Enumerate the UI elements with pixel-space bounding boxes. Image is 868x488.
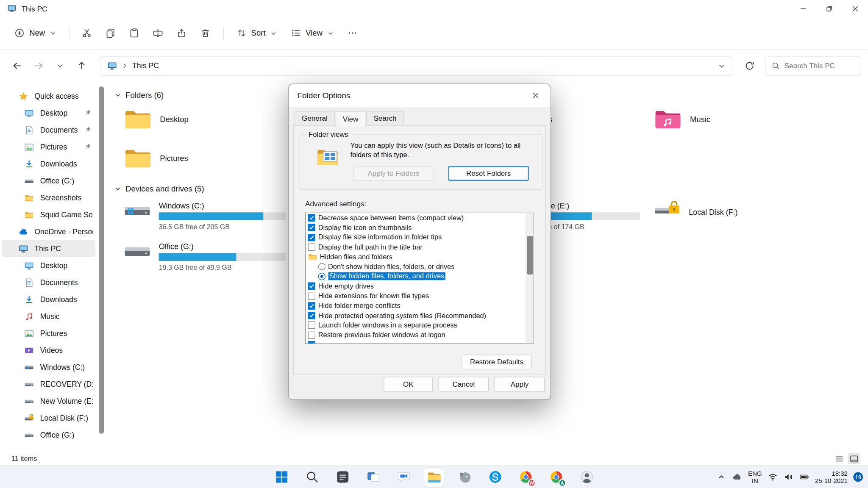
drive-tile-office-g[interactable]: Office (G:)19.3 GB free of 49.9 GB bbox=[124, 239, 299, 272]
taskbar-app-profile-icon[interactable] bbox=[577, 467, 596, 486]
sidebar-item-local-disk-f[interactable]: Local Disk (F:) bbox=[2, 410, 95, 427]
setting-decrease-space-between-items-compact-view[interactable]: Decrease space between items (compact vi… bbox=[306, 213, 526, 223]
details-view-button[interactable] bbox=[833, 453, 845, 464]
sidebar-item-squid-game-sea[interactable]: Squid Game Sea bbox=[2, 206, 95, 223]
checkbox-icon[interactable] bbox=[308, 224, 315, 231]
folder-tile-desktop[interactable]: Desktop bbox=[124, 107, 189, 132]
checkbox-icon[interactable] bbox=[308, 283, 315, 290]
checkbox-icon[interactable] bbox=[308, 331, 315, 338]
notification-count-badge[interactable]: 19 bbox=[853, 472, 863, 482]
clock[interactable]: 18:32 25-10-2021 bbox=[815, 470, 848, 485]
language-indicator[interactable]: ENG IN bbox=[748, 470, 762, 484]
cloud-tray-icon[interactable] bbox=[732, 472, 743, 482]
tab-view[interactable]: View bbox=[335, 111, 365, 127]
taskbar-chat-icon[interactable] bbox=[394, 467, 413, 486]
wifi-icon[interactable] bbox=[768, 472, 778, 482]
setting-hide-folder-merge-conflicts[interactable]: Hide folder merge conflicts bbox=[306, 301, 526, 311]
sidebar-item-office-g[interactable]: Office (G:) bbox=[2, 427, 95, 444]
new-button[interactable]: New bbox=[8, 23, 63, 43]
large-icons-view-button[interactable] bbox=[848, 453, 860, 464]
scrollbar-thumb[interactable] bbox=[99, 86, 104, 434]
reset-folders-button[interactable]: Reset Folders bbox=[448, 166, 529, 181]
hidden-icons-chevron[interactable] bbox=[716, 472, 726, 482]
setting-restore-previous-folder-windows-at-logon[interactable]: Restore previous folder windows at logon bbox=[306, 330, 526, 340]
sidebar-item-documents[interactable]: Documents bbox=[2, 122, 95, 139]
address-dropdown-icon[interactable] bbox=[718, 62, 726, 70]
refresh-button[interactable] bbox=[739, 56, 760, 75]
setting-hide-empty-drives[interactable]: Hide empty drives bbox=[306, 281, 526, 291]
sidebar-item-new-volume-e[interactable]: New Volume (E:) bbox=[2, 393, 95, 410]
up-button[interactable] bbox=[71, 56, 92, 75]
tab-general[interactable]: General bbox=[295, 111, 335, 126]
sidebar-item-quick-access[interactable]: Quick access bbox=[2, 88, 95, 105]
sidebar-item-downloads[interactable]: Downloads bbox=[2, 155, 95, 172]
checkbox-icon[interactable] bbox=[308, 341, 315, 344]
recent-locations-button[interactable] bbox=[50, 56, 70, 75]
checkbox-icon[interactable] bbox=[308, 292, 315, 299]
checkbox-icon[interactable] bbox=[308, 234, 315, 241]
battery-icon[interactable] bbox=[799, 472, 810, 482]
breadcrumb-location[interactable]: This PC bbox=[132, 61, 159, 70]
volume-icon[interactable] bbox=[783, 472, 793, 482]
drive-tile-local-disk-f[interactable]: Local Disk (F:) bbox=[654, 199, 829, 222]
setting-clipped[interactable] bbox=[306, 340, 526, 344]
copy-button[interactable] bbox=[99, 23, 122, 43]
sidebar-scrollbar[interactable] bbox=[97, 82, 106, 452]
folders-section-header[interactable]: Folders (6) bbox=[115, 90, 164, 99]
view-button[interactable]: View bbox=[284, 23, 340, 43]
close-button[interactable] bbox=[842, 0, 868, 17]
delete-button[interactable] bbox=[194, 23, 217, 43]
setting-hidden-files-and-folders[interactable]: Hidden files and folders bbox=[306, 252, 526, 262]
list-scrollbar[interactable] bbox=[526, 212, 534, 343]
address-bar[interactable]: This PC bbox=[100, 56, 732, 75]
drives-section-header[interactable]: Devices and drives (5) bbox=[115, 184, 204, 193]
sidebar-item-documents[interactable]: Documents bbox=[2, 274, 95, 291]
sidebar-item-onedrive-person[interactable]: OneDrive - Person bbox=[2, 223, 95, 240]
apply-to-folders-button[interactable]: Apply to Folders bbox=[353, 166, 434, 181]
folder-tile-music[interactable]: Music bbox=[654, 107, 710, 132]
tab-search[interactable]: Search bbox=[366, 111, 404, 126]
taskbar-file-explorer-icon[interactable] bbox=[424, 467, 443, 486]
sidebar-item-videos[interactable]: Videos bbox=[2, 342, 95, 359]
share-button[interactable] bbox=[170, 23, 193, 43]
setting-show-hidden-files-folders-and-drives[interactable]: Show hidden files, folders, and drives bbox=[306, 272, 526, 281]
paste-button[interactable] bbox=[123, 23, 145, 43]
sidebar-item-pictures[interactable]: Pictures bbox=[2, 325, 95, 342]
minimize-button[interactable] bbox=[790, 0, 816, 17]
radio-icon[interactable] bbox=[318, 263, 326, 270]
sidebar-item-recovery-d[interactable]: RECOVERY (D:) bbox=[2, 376, 95, 393]
sidebar-item-pictures[interactable]: Pictures bbox=[2, 139, 95, 155]
drive-tile-windows-c[interactable]: Windows (C:)36.5 GB free of 205 GB bbox=[124, 199, 299, 231]
folder-tile-pictures[interactable]: Pictures bbox=[124, 146, 188, 171]
taskbar-start-icon[interactable] bbox=[272, 467, 291, 486]
forward-button[interactable] bbox=[28, 56, 49, 75]
sidebar-item-desktop[interactable]: Desktop bbox=[2, 257, 95, 274]
restore-defaults-button[interactable]: Restore Defaults bbox=[462, 355, 531, 369]
checkbox-icon[interactable] bbox=[308, 312, 315, 319]
sort-button[interactable]: Sort bbox=[230, 23, 283, 43]
checkbox-icon[interactable] bbox=[308, 302, 315, 309]
setting-don-t-show-hidden-files-folders-or-drives[interactable]: Don't show hidden files, folders, or dri… bbox=[306, 262, 526, 272]
cut-button[interactable] bbox=[75, 23, 98, 43]
dialog-close-button[interactable] bbox=[526, 87, 546, 104]
search-box[interactable] bbox=[765, 56, 861, 75]
rename-button[interactable] bbox=[147, 23, 169, 43]
sidebar-item-screenshots[interactable]: Screenshots bbox=[2, 189, 95, 206]
setting-display-the-full-path-in-the-title-bar[interactable]: Display the full path in the title bar bbox=[306, 242, 526, 252]
radio-icon[interactable] bbox=[318, 273, 326, 280]
taskbar-browser-a-icon[interactable]: A bbox=[546, 467, 565, 486]
sidebar-item-desktop[interactable]: Desktop bbox=[2, 105, 95, 122]
sidebar-item-windows-c[interactable]: Windows (C:) bbox=[2, 359, 95, 376]
taskbar-task-view-icon[interactable] bbox=[363, 467, 382, 486]
setting-hide-extensions-for-known-file-types[interactable]: Hide extensions for known file types bbox=[306, 291, 526, 301]
scrollbar-thumb[interactable] bbox=[527, 236, 533, 274]
taskbar-app-gray-icon[interactable] bbox=[455, 467, 474, 486]
taskbar-browser-w-icon[interactable]: W bbox=[516, 467, 535, 486]
setting-launch-folder-windows-in-a-separate-process[interactable]: Launch folder windows in a separate proc… bbox=[306, 320, 526, 330]
search-input[interactable] bbox=[785, 61, 855, 70]
checkbox-icon[interactable] bbox=[308, 322, 315, 329]
setting-display-file-icon-on-thumbnails[interactable]: Display file icon on thumbnails bbox=[306, 223, 526, 233]
setting-display-file-size-information-in-folder-tips[interactable]: Display file size information in folder … bbox=[306, 233, 526, 242]
taskbar-skype-icon[interactable] bbox=[485, 467, 504, 486]
more-options-button[interactable] bbox=[341, 23, 364, 43]
